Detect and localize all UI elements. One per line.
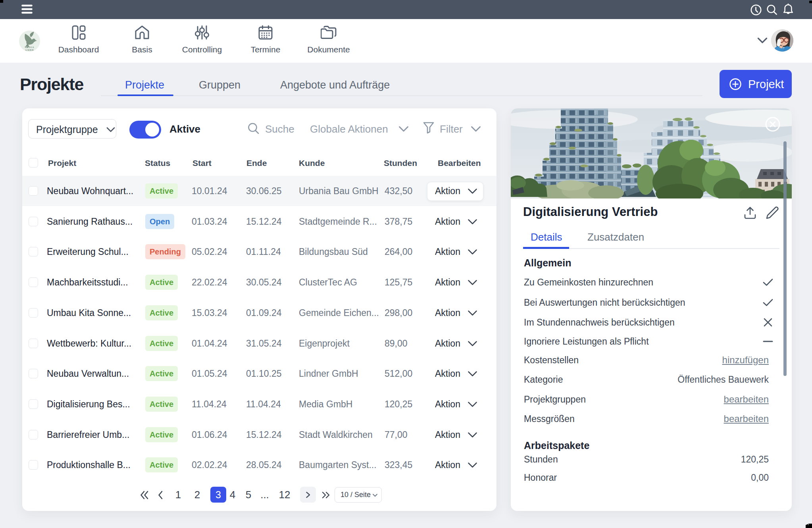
svg-text:GMBH: GMBH: [25, 49, 34, 51]
svg-text:MEDIA: MEDIA: [25, 46, 34, 48]
